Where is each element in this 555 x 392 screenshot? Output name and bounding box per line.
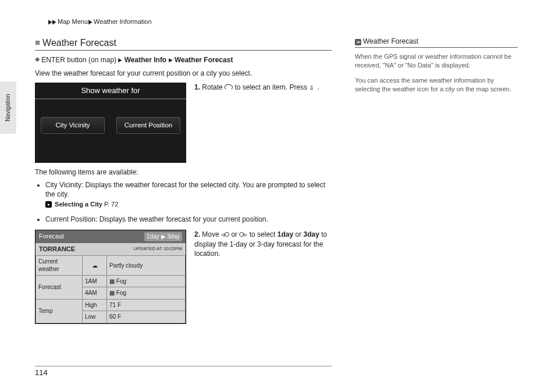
step-text: Move	[202, 230, 219, 238]
breadcrumb-arrow-icon: ▶	[88, 17, 92, 26]
screen2-city: TORRANCE	[39, 245, 75, 254]
screenshot-forecast-table: Forecast 1day ▶ 3day TORRANCE UPDATED AT…	[35, 230, 186, 323]
step-strong: 3day	[304, 230, 319, 238]
step-text: .	[317, 83, 319, 91]
step-number: 1.	[194, 83, 200, 91]
step-text: to select	[250, 230, 276, 238]
screen1-option-current-position: Current Position	[116, 117, 180, 134]
list-item: Current Position: Displays the weather f…	[45, 215, 332, 224]
link-icon: ▸	[45, 201, 52, 208]
forecast-row-label: Temp	[36, 299, 83, 323]
move-right-icon: ▹	[239, 230, 247, 238]
move-left-icon: ◃	[221, 230, 229, 238]
table-row: Temp High 71 F	[36, 299, 186, 311]
step-strong: 1day	[278, 230, 293, 238]
step-text: or	[231, 230, 237, 238]
side-tab-label: Navigation	[4, 94, 12, 121]
temp-low-label: Low	[83, 311, 107, 323]
section-title: ■Weather Forecast	[35, 37, 332, 51]
screen1-option-city-vicinity: City Vicinity	[41, 117, 105, 134]
step-1: 1. Rotate to select an item. Press .	[194, 83, 332, 92]
forecast-table: Current weather ☁ Partly cloudy Forecast…	[35, 255, 186, 323]
item-text: : Displays the weather forecast for the …	[45, 181, 325, 198]
item-text: : Displays the weather forecast for your…	[95, 215, 268, 223]
breadcrumb-item: Weather Information	[94, 18, 151, 25]
intro-text: View the weather forecast for your curre…	[35, 69, 332, 78]
side-title-text: Weather Forecast	[363, 37, 418, 45]
breadcrumb-arrow-icon: ▶	[52, 17, 56, 26]
breadcrumb-arrow-icon: ▶	[48, 17, 52, 26]
side-note: You can access the same weather informat…	[355, 76, 518, 94]
note-icon: ≫	[355, 39, 361, 45]
square-bullet-icon: ■	[35, 37, 40, 47]
page-number: 114	[35, 368, 48, 378]
forecast-time: 1AM	[83, 275, 107, 287]
path-item: Weather Info	[124, 56, 166, 64]
path-arrow-icon: ▶	[118, 56, 122, 63]
table-row: Current weather ☁ Partly cloudy	[36, 255, 186, 275]
nav-path: ENTER button (on map) ▶ Weather Info ▶ W…	[35, 55, 332, 65]
step-2: 2. Move ◃ or ▹ to select 1day or 3day to…	[194, 230, 332, 258]
side-tab-navigation: Navigation	[0, 81, 16, 134]
forecast-time: 4AM	[83, 287, 107, 300]
temp-high-value: 71 F	[107, 299, 186, 311]
table-row: Forecast 1AM ▦ Fog	[36, 275, 186, 287]
section-title-text: Weather Forecast	[42, 38, 116, 48]
rotate-dial-icon	[225, 84, 233, 90]
press-button-icon	[309, 83, 317, 90]
cross-ref: ▸ Selecting a City P. 72	[45, 200, 332, 209]
step-text: Rotate	[202, 83, 222, 91]
forecast-row-label: Current weather	[36, 255, 83, 275]
screenshot-show-weather: Show weather for City Vicinity Current P…	[35, 83, 186, 163]
path-arrow-icon: ▶	[169, 56, 173, 63]
forecast-value: ▦ Fog	[107, 287, 186, 300]
screen2-tab-3day: 3day	[167, 233, 180, 240]
step-text: or	[296, 230, 302, 238]
item-term: Current Position	[45, 215, 95, 223]
cross-ref-title: Selecting a City	[55, 201, 102, 208]
forecast-value: ▦ Fog	[107, 275, 186, 287]
step-text: to select an item. Press	[234, 83, 307, 91]
screen2-tab-1day: 1day	[147, 233, 159, 240]
side-title: ≫Weather Forecast	[355, 37, 518, 48]
screen2-header-title: Forecast	[39, 232, 64, 241]
screen2-tabs: 1day ▶ 3day	[144, 232, 182, 241]
cross-ref-page: P. 72	[104, 201, 118, 208]
side-note: When the GPS signal or weather informati…	[355, 52, 518, 70]
item-term: City Vicinity	[45, 181, 81, 189]
forecast-row-label: Forecast	[36, 275, 83, 299]
step-number: 2.	[194, 230, 200, 238]
temp-high-label: High	[83, 299, 107, 311]
tab-arrow-icon: ▶	[161, 233, 166, 240]
screen2-updated: UPDATED AT 10:22PM	[134, 246, 182, 252]
breadcrumb: ▶▶ Map Menu▶ Weather Information	[48, 17, 520, 26]
weather-icon: ☁	[83, 255, 107, 275]
forecast-currentweather: Partly cloudy	[107, 255, 186, 275]
enter-icon	[35, 56, 40, 64]
list-item: City Vicinity: Displays the weather fore…	[45, 180, 332, 209]
path-prefix: ENTER button (on map)	[41, 56, 116, 64]
path-item: Weather Forecast	[175, 56, 233, 64]
available-label: The following items are available:	[35, 168, 332, 177]
temp-low-value: 60 F	[107, 311, 186, 323]
breadcrumb-item: Map Menu	[58, 18, 88, 25]
screen1-title: Show weather for	[35, 83, 186, 100]
footer-rule	[35, 366, 332, 366]
